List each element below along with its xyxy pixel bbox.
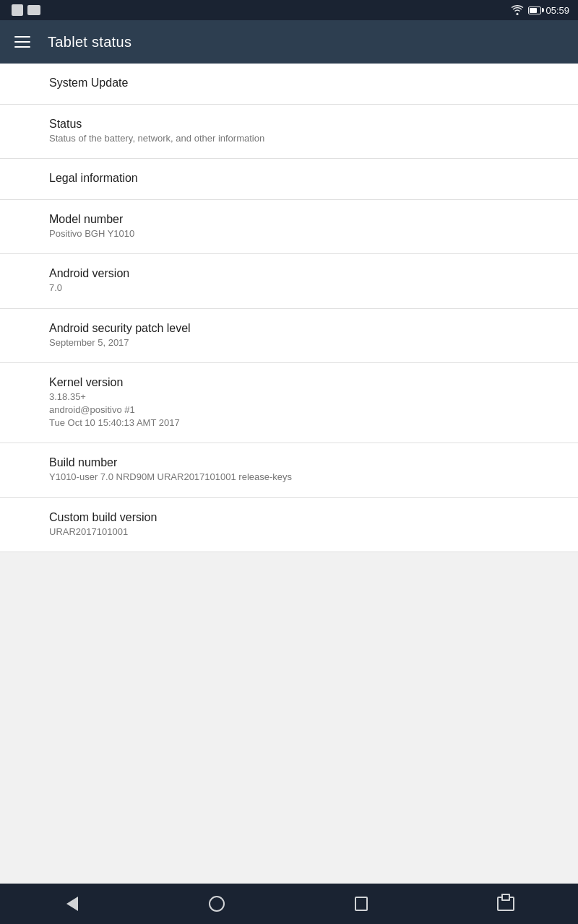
content-area: System UpdateStatusStatus of the battery… bbox=[0, 64, 578, 884]
list-item-title-model-number: Model number bbox=[49, 213, 529, 226]
list-item-android-version[interactable]: Android version7.0 bbox=[0, 254, 578, 308]
list-item-custom-build-version[interactable]: Custom build versionURAR2017101001 bbox=[0, 498, 578, 552]
page-title: Tablet status bbox=[48, 34, 131, 51]
home-button[interactable] bbox=[195, 884, 238, 924]
list-item-status[interactable]: StatusStatus of the battery, network, an… bbox=[0, 105, 578, 159]
list-item-subtitle-model-number: Positivo BGH Y1010 bbox=[49, 227, 529, 240]
menu-button[interactable] bbox=[12, 33, 33, 51]
list-item-subtitle-status: Status of the battery, network, and othe… bbox=[49, 132, 529, 145]
battery-icon bbox=[528, 6, 541, 14]
back-button[interactable] bbox=[51, 884, 94, 924]
list-item-build-number[interactable]: Build numberY1010-user 7.0 NRD90M URAR20… bbox=[0, 443, 578, 497]
list-item-title-kernel-version: Kernel version bbox=[49, 376, 529, 389]
list-item-title-system-update: System Update bbox=[49, 77, 529, 90]
screenshot-icon bbox=[497, 897, 514, 911]
status-icons: 05:59 bbox=[511, 5, 569, 16]
list-item-subtitle-android-security-patch-level: September 5, 2017 bbox=[49, 336, 529, 349]
status-bar: 05:59 bbox=[0, 0, 578, 20]
list-item-system-update[interactable]: System Update bbox=[0, 64, 578, 105]
list-item-legal-information[interactable]: Legal information bbox=[0, 159, 578, 200]
list-item-subtitle-build-number: Y1010-user 7.0 NRD90M URAR2017101001 rel… bbox=[49, 471, 529, 484]
list-item-subtitle-android-version: 7.0 bbox=[49, 282, 529, 295]
list-item-title-custom-build-version: Custom build version bbox=[49, 511, 529, 524]
list-item-android-security-patch-level[interactable]: Android security patch levelSeptember 5,… bbox=[0, 309, 578, 363]
list-item-model-number[interactable]: Model numberPositivo BGH Y1010 bbox=[0, 200, 578, 254]
list-item-subtitle-custom-build-version: URAR2017101001 bbox=[49, 526, 529, 539]
list-item-title-build-number: Build number bbox=[49, 456, 529, 469]
screenshot-button[interactable] bbox=[484, 884, 527, 924]
list-item-title-android-version: Android version bbox=[49, 267, 529, 280]
recents-icon bbox=[355, 897, 368, 911]
list-item-title-android-security-patch-level: Android security patch level bbox=[49, 322, 529, 335]
list-item-title-status: Status bbox=[49, 118, 529, 131]
status-time: 05:59 bbox=[545, 5, 569, 16]
image-icon bbox=[27, 5, 40, 15]
recents-button[interactable] bbox=[340, 884, 383, 924]
home-icon bbox=[209, 896, 225, 912]
nav-bar bbox=[0, 884, 578, 924]
back-icon bbox=[66, 897, 78, 911]
list-item-title-legal-information: Legal information bbox=[49, 172, 529, 185]
list-item-kernel-version[interactable]: Kernel version3.18.35+ android@positivo … bbox=[0, 363, 578, 444]
sim-icon bbox=[12, 4, 23, 16]
list-item-subtitle-kernel-version: 3.18.35+ android@positivo #1 Tue Oct 10 … bbox=[49, 391, 529, 430]
wifi-icon bbox=[511, 5, 524, 15]
app-bar: Tablet status bbox=[0, 20, 578, 64]
notification-area bbox=[9, 4, 505, 16]
